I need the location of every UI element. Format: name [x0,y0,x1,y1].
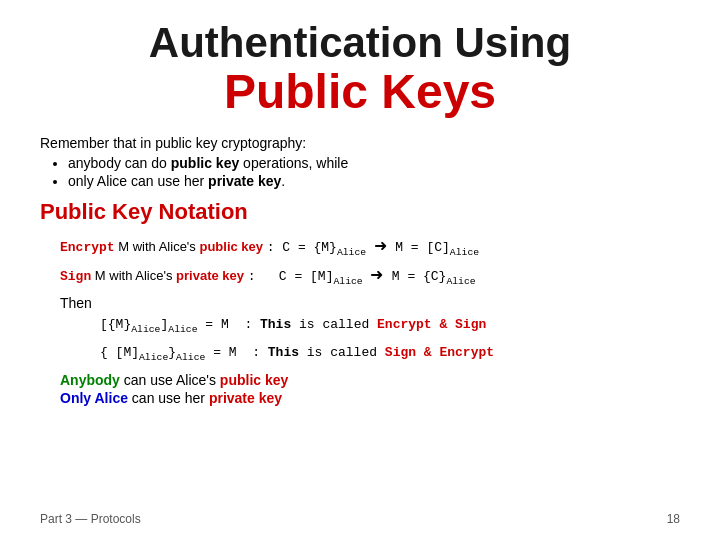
formula1-comment: : This is called Encrypt & Sign [229,313,486,336]
formula1-left: [{M}Alice]Alice = M [100,313,229,338]
arrow2: ➜ [370,266,387,283]
only-text: can use her [132,390,209,406]
formula-row-2: { [M]Alice}Alice = M : This is called Si… [100,341,680,366]
slide: Authentication Using Public Keys Remembe… [0,0,720,540]
formula-block: [{M}Alice]Alice = M : This is called Enc… [100,313,680,365]
list-item: anybody can do public key operations, wh… [68,155,680,171]
formula2-comment: : This is called Sign & Encrypt [237,341,494,364]
anybody-key: public key [220,372,288,388]
section-heading: Public Key Notation [40,199,680,225]
bullet-list: anybody can do public key operations, wh… [68,155,680,189]
anybody-label: Anybody [60,372,120,388]
bullet-bold: public key [171,155,239,171]
title-block: Authentication Using Public Keys [40,20,680,119]
bullet-text-before: anybody can do [68,155,171,171]
anybody-text: can use Alice's [124,372,220,388]
anybody-row: Anybody can use Alice's public key [60,372,680,388]
arrow1: ➜ [374,237,391,254]
title-line1: Authentication Using [40,20,680,66]
bullet-text-after: . [281,173,285,189]
bullet-text-before: only Alice can use her [68,173,208,189]
only-label: Only Alice [60,390,128,406]
sign-result: M = {C}Alice [392,269,476,284]
bullet-text-after: operations, while [239,155,348,171]
formula2-left: { [M]Alice}Alice = M [100,341,237,366]
only-key: private key [209,390,282,406]
sign-rest: M with Alice's [95,268,176,283]
remember-text: Remember that in public key cryptography… [40,135,680,151]
encrypt-result: M = [C]Alice [395,240,479,255]
sign-formula: : C = [M]Alice [248,269,363,284]
title-line2: Public Keys [40,66,680,119]
sign-label: Sign [60,269,91,284]
encrypt-formula: : C = {M}Alice [267,240,366,255]
encrypt-row: Encrypt M with Alice's public key : C = … [60,233,680,260]
footer-right: 18 [667,512,680,526]
list-item: only Alice can use her private key. [68,173,680,189]
encrypt-rest: M with Alice's [118,239,199,254]
encrypt-key-label: public key [199,239,263,254]
then-label: Then [60,295,680,311]
only-row: Only Alice can use her private key [60,390,680,406]
formula-row-1: [{M}Alice]Alice = M : This is called Enc… [100,313,680,338]
footer-left: Part 3 — Protocols [40,512,141,526]
sign-row: Sign M with Alice's private key : C = [M… [60,262,680,289]
bullet-bold: private key [208,173,281,189]
footer: Part 3 — Protocols 18 [40,512,680,526]
encrypt-label: Encrypt [60,240,115,255]
sign-key-label: private key [176,268,244,283]
notation-block: Encrypt M with Alice's public key : C = … [60,233,680,289]
